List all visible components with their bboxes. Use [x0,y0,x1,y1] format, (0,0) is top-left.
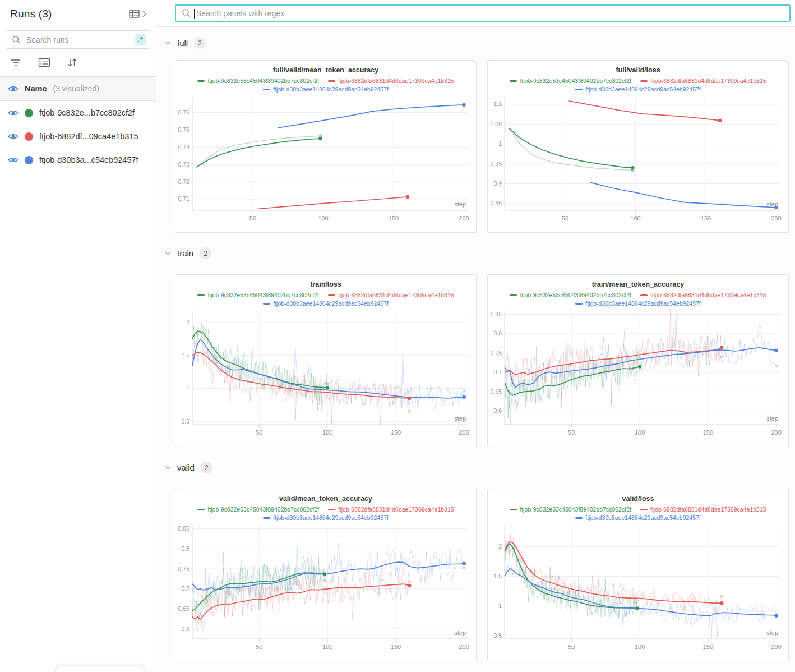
y-tick-label: 0.75 [178,565,190,572]
legend-item[interactable]: ftjob-6882dfa6831d4d6dae17309ca4e1b315 [328,77,454,85]
filter-icon[interactable] [10,58,21,67]
search-runs-input[interactable] [25,35,135,45]
runs-sidebar: Runs (3) [0,0,156,672]
run-row[interactable]: ftjob-d30b3a...c54eb92457f [0,148,156,172]
x-tick-label: 150 [703,643,713,650]
legend-item[interactable]: ftjob-d30b3aee14864c29acd9ac54eb92457f [575,300,701,308]
legend-label: ftjob-d30b3aee14864c29acd9ac54eb92457f [273,85,389,94]
y-tick-label: 0.76 [178,109,190,116]
run-color-dot [25,109,33,117]
series-line [278,105,464,128]
legend-swatch [640,509,648,510]
x-tick-label: 50 [256,429,262,436]
panel-search-input[interactable] [195,8,784,19]
y-tick-label: 1 [186,385,189,392]
chart-panel[interactable]: full/valid/mean_token_accuracyftjob-9c83… [175,60,477,233]
panel-search-bar [156,0,795,27]
legend-swatch [510,509,517,510]
legend-item[interactable]: ftjob-9c832e53c45043f89402bb7cc802cf2f [510,291,631,300]
section-header-full[interactable]: full2 [165,37,795,49]
name-column-header: Name [25,84,47,93]
tooltip-partial [56,666,145,672]
legend-label: ftjob-9c832e53c45043f89402bb7cc802cf2f [520,77,631,85]
section-header-valid[interactable]: valid2 [165,462,795,473]
x-tick-label: 100 [318,215,328,222]
chart-legend: ftjob-9c832e53c45043f89402bb7cc802cf2fft… [175,75,476,94]
legend-item[interactable]: ftjob-d30b3aee14864c29acd9ac54eb92457f [263,300,389,308]
sort-icon[interactable] [67,58,77,67]
y-tick-label: 0.75 [178,126,190,133]
legend-item[interactable]: ftjob-9c832e53c45043f89402bb7cc802cf2f [510,505,631,514]
legend-item[interactable]: ftjob-9c832e53c45043f89402bb7cc802cf2f [197,77,319,85]
chart-panel[interactable]: train/mean_token_accuracyftjob-9c832e53c… [487,274,789,447]
legend-item[interactable]: ftjob-d30b3aee14864c29acd9ac54eb92457f [575,85,701,94]
eye-icon[interactable] [8,109,19,117]
x-axis-label: step [454,415,466,422]
collapse-chevron-icon[interactable] [142,10,147,18]
section-header-train[interactable]: train2 [165,247,795,259]
chart-panel[interactable]: full/valid/lossftjob-9c832e53c45043f8940… [487,60,789,233]
legend-item[interactable]: ftjob-6882dfa6831d4d6dae17309ca4e1b315 [640,77,766,85]
x-tick-label: 50 [256,643,262,650]
run-name: ftjob-d30b3a...c54eb92457f [39,155,138,164]
chart-panel[interactable]: valid/lossftjob-9c832e53c45043f89402bb7c… [487,489,789,661]
x-tick-label: 50 [568,429,575,436]
legend-item[interactable]: ftjob-6882dfa6831d4d6dae17309ca4e1b315 [328,505,454,514]
eye-icon[interactable] [8,85,19,93]
series-raw-line [192,542,325,623]
x-tick-label: 200 [771,215,781,222]
x-axis-label: step [766,629,778,636]
legend-label: ftjob-6882dfa6831d4d6dae17309ca4e1b315 [650,291,766,300]
series-end-dot [463,567,465,569]
series-end-dot [774,206,778,209]
group-list-icon[interactable] [38,58,50,67]
chart-panel[interactable]: valid/mean_token_accuracyftjob-9c832e53c… [175,489,477,661]
eye-icon[interactable] [8,156,19,164]
y-tick-label: 0.9 [493,180,502,187]
legend-item[interactable]: ftjob-6882dfa6831d4d6dae17309ca4e1b315 [640,505,766,514]
eye-icon[interactable] [8,132,19,140]
chart-plot: 0.511.5250100150200step [488,522,788,656]
chevron-down-icon [165,466,171,470]
chart-legend: ftjob-9c832e53c45043f89402bb7cc802cf2fft… [488,289,788,308]
series-raw-line [192,323,327,419]
y-tick-label: 1.5 [493,573,502,579]
x-tick-label: 100 [630,215,640,222]
chart-panel[interactable]: train/lossftjob-9c832e53c45043f89402bb7c… [175,274,477,447]
series-end-dot [408,410,411,413]
legend-label: ftjob-6882dfa6831d4d6dae17309ca4e1b315 [338,291,454,300]
legend-item[interactable]: ftjob-d30b3aee14864c29acd9ac54eb92457f [263,514,389,522]
x-tick-label: 50 [568,643,575,650]
series-end-dot [774,614,778,617]
legend-item[interactable]: ftjob-6882dfa6831d4d6dae17309ca4e1b315 [640,291,766,300]
legend-item[interactable]: ftjob-d30b3aee14864c29acd9ac54eb92457f [263,85,389,94]
series-end-dot [323,579,326,582]
y-tick-label: 0.8 [493,330,502,337]
y-tick-label: 1 [498,140,502,147]
series-end-dot [408,580,411,583]
runs-table-icon[interactable] [128,9,141,19]
x-tick-label: 200 [771,643,782,650]
panel-row-train: train/lossftjob-9c832e53c45043f89402bb7c… [175,274,795,447]
runs-list-header: Name (3 visualized) [0,76,156,101]
run-row[interactable]: ftjob-6882df...09ca4e1b315 [0,125,156,148]
text-cursor [194,9,195,19]
legend-swatch [197,294,205,296]
x-axis-label: step [454,629,466,636]
legend-item[interactable]: ftjob-d30b3aee14864c29acd9ac54eb92457f [575,514,701,522]
regex-toggle[interactable]: .* [135,34,146,45]
legend-item[interactable]: ftjob-9c832e53c45043f89402bb7cc802cf2f [510,77,631,85]
chart-plot: 0.60.650.70.750.80.8550100150200step [488,308,788,441]
panel-title: valid/mean_token_accuracy [175,495,476,503]
legend-item[interactable]: ftjob-6882dfa6831d4d6dae17309ca4e1b315 [328,291,454,300]
run-name: ftjob-6882df...09ca4e1b315 [39,132,138,141]
legend-item[interactable]: ftjob-9c832e53c45043f89402bb7cc802cf2f [197,291,319,300]
sections: full2full/valid/mean_token_accuracyftjob… [156,37,795,661]
series-raw-line [505,324,776,430]
legend-item[interactable]: ftjob-9c832e53c45043f89402bb7cc802cf2f [197,505,319,514]
legend-swatch [263,303,270,305]
x-axis-label: step [454,201,466,208]
y-tick-label: 0.7 [493,369,502,375]
y-tick-label: 0.65 [178,605,190,612]
run-row[interactable]: ftjob-9c832e...b7cc802cf2f [0,101,156,125]
